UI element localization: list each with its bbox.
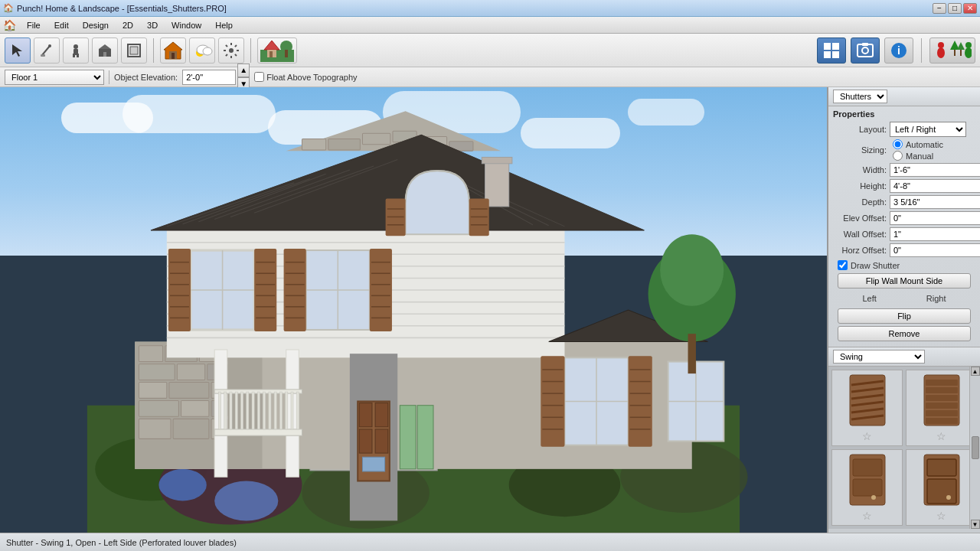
menu-2d[interactable]: 2D <box>116 19 139 31</box>
photo-button[interactable] <box>851 37 880 64</box>
depth-input[interactable] <box>890 195 980 209</box>
svg-point-49 <box>158 469 206 501</box>
main-area: Shutters Properties Layout: Left / Right… <box>0 87 980 533</box>
svg-rect-6 <box>73 54 75 57</box>
svg-rect-68 <box>139 419 171 439</box>
minimize-button[interactable]: − <box>933 3 946 14</box>
scroll-thumb[interactable] <box>972 436 979 459</box>
svg-rect-150 <box>218 392 220 429</box>
svg-rect-216 <box>926 418 958 424</box>
svg-rect-28 <box>824 51 831 58</box>
svg-rect-27 <box>832 43 839 50</box>
building-tool-button[interactable] <box>92 37 118 64</box>
svg-rect-214 <box>926 403 958 409</box>
automatic-radio[interactable] <box>893 139 903 149</box>
svg-point-220 <box>871 495 876 500</box>
svg-rect-83 <box>328 139 361 151</box>
sizing-label: Sizing: <box>833 145 887 155</box>
shutter-item-3[interactable]: ☆ <box>831 449 903 526</box>
floor-select[interactable]: Floor 1 <box>5 70 104 85</box>
width-row: Width: <box>833 163 975 177</box>
svg-rect-40 <box>960 50 962 56</box>
panel-selector[interactable]: Shutters <box>833 90 887 103</box>
svg-rect-10 <box>103 52 106 57</box>
svg-point-2 <box>48 44 51 47</box>
flip-wall-mount-button[interactable]: Flip Wall Mount Side <box>838 273 971 289</box>
scroll-up-arrow[interactable]: ▲ <box>971 367 980 376</box>
horz-offset-input[interactable] <box>890 243 980 257</box>
settings-button[interactable] <box>218 37 244 64</box>
star-icon-2[interactable]: ☆ <box>936 430 946 442</box>
close-button[interactable]: ✕ <box>963 3 977 14</box>
remove-button[interactable]: Remove <box>838 326 971 341</box>
status-text: Shutter - Swing 1, Open - Left Side (Per… <box>6 538 237 547</box>
svg-rect-162 <box>286 392 288 429</box>
float-topography-label[interactable]: Float Above Topography <box>254 72 357 82</box>
svg-rect-107 <box>168 249 191 331</box>
svg-rect-212 <box>926 387 958 393</box>
svg-rect-12 <box>130 47 138 54</box>
elevation-up-button[interactable]: ▲ <box>237 64 250 77</box>
menu-file[interactable]: File <box>21 19 47 31</box>
toolbar2: Floor 1 Object Elevation: ▲ ▼ Float Abov… <box>0 67 980 87</box>
people-button[interactable] <box>929 37 975 64</box>
shutter-item-2[interactable]: ☆ <box>906 370 977 446</box>
3d-view[interactable] <box>0 87 827 533</box>
title-bar-controls[interactable]: − □ ✕ <box>933 3 977 14</box>
draw-shutter-checkbox[interactable] <box>838 260 848 270</box>
depth-label: Depth: <box>833 197 887 207</box>
height-input[interactable] <box>890 179 980 193</box>
left-label: Left <box>862 294 876 303</box>
right-panel: Shutters Properties Layout: Left / Right… <box>827 87 980 533</box>
height-control <box>890 179 980 193</box>
flip-button[interactable]: Flip <box>838 308 971 324</box>
menu-help[interactable]: Help <box>209 19 239 31</box>
room-tool-button[interactable] <box>121 37 147 64</box>
house-button[interactable] <box>160 37 186 64</box>
elevation-input[interactable] <box>182 70 236 85</box>
select-tool-button[interactable] <box>5 37 31 64</box>
float-topography-checkbox[interactable] <box>254 72 264 82</box>
svg-rect-56 <box>139 346 162 362</box>
shutter-grid: ☆ ☆ <box>828 367 980 529</box>
layout-label: Layout: <box>833 125 887 134</box>
shutter-scrollbar[interactable]: ▲ ▼ <box>969 367 980 529</box>
svg-point-18 <box>203 47 212 55</box>
menu-3d[interactable]: 3D <box>141 19 164 31</box>
svg-point-50 <box>214 481 278 520</box>
wall-offset-row: Wall Offset: <box>833 227 975 241</box>
menu-window[interactable]: Window <box>165 19 207 31</box>
landscape-button[interactable] <box>257 37 297 64</box>
svg-rect-38 <box>954 50 956 56</box>
maximize-button[interactable]: □ <box>948 3 962 14</box>
grid-view-button[interactable] <box>817 37 846 64</box>
svg-rect-156 <box>252 392 254 429</box>
width-input[interactable] <box>890 163 980 177</box>
sizing-row: Sizing: Automatic Manual <box>833 139 975 161</box>
width-label: Width: <box>833 165 887 174</box>
manual-radio-label[interactable]: Manual <box>893 151 943 161</box>
automatic-radio-label[interactable]: Automatic <box>893 139 943 149</box>
info-button[interactable]: i <box>884 37 913 64</box>
svg-rect-63 <box>169 383 209 399</box>
weather-button[interactable] <box>189 37 215 64</box>
star-icon-4[interactable]: ☆ <box>936 510 946 522</box>
shutter-item-4[interactable]: ☆ <box>906 449 977 526</box>
elev-offset-label: Elev Offset: <box>833 214 887 223</box>
house-3d-render <box>0 87 827 533</box>
menu-edit[interactable]: Edit <box>48 19 75 31</box>
person-tool-button[interactable] <box>63 37 89 64</box>
shutter-item-1[interactable]: ☆ <box>831 370 903 446</box>
elev-offset-input[interactable] <box>890 211 980 225</box>
layout-select[interactable]: Left / Right <box>890 122 966 137</box>
scroll-down-arrow[interactable]: ▼ <box>971 520 980 529</box>
wall-offset-input[interactable] <box>890 227 980 241</box>
star-icon-3[interactable]: ☆ <box>862 510 872 522</box>
svg-rect-153 <box>235 392 237 429</box>
swing-selector[interactable]: Swing <box>833 350 925 364</box>
star-icon-1[interactable]: ☆ <box>862 430 872 442</box>
svg-rect-60 <box>177 364 204 380</box>
draw-tool-button[interactable] <box>34 37 60 64</box>
manual-radio[interactable] <box>893 151 903 161</box>
menu-design[interactable]: Design <box>77 19 115 31</box>
